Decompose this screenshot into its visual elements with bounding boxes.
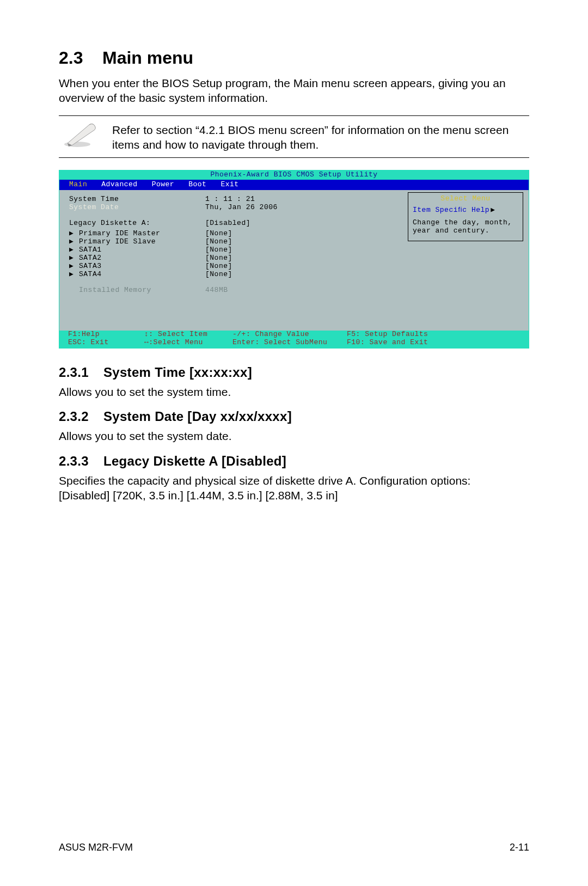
bios-footer-select-item: ↕: Select Item xyxy=(144,331,232,339)
footer-product: ASUS M2R-FVM xyxy=(59,842,133,853)
bios-footer-exit: ESC: Exit xyxy=(68,339,144,347)
bios-label: Primary IDE Master xyxy=(79,229,160,237)
bios-value: [None] xyxy=(205,262,232,271)
bios-help-text: Change the day, month, year and century. xyxy=(413,219,518,235)
subsection-body: Allows you to set the system time. xyxy=(59,384,529,399)
bios-help-title: Select Menu xyxy=(413,195,518,203)
bios-label: SATA1 xyxy=(79,246,102,254)
bios-value: [None] xyxy=(205,254,232,262)
triangle-right-icon: ▶ xyxy=(69,271,79,279)
bios-label: System Date xyxy=(69,204,205,212)
bios-footer-select-submenu: Enter: Select SubMenu xyxy=(232,339,347,347)
bios-row-system-date[interactable]: System Date Thu, Jan 26 2006 xyxy=(69,204,396,212)
bios-left-pane: System Time 1 : 11 : 21 System Date Thu,… xyxy=(59,190,402,331)
bios-help-subtitle-text: Item Speciﬁc Help xyxy=(413,206,489,214)
subsection-number: 2.3.2 xyxy=(59,409,103,424)
subsection-number: 2.3.3 xyxy=(59,454,103,469)
bios-label: Primary IDE Slave xyxy=(79,237,156,246)
footer-page-number: 2-11 xyxy=(510,842,529,853)
bios-screenshot: Phoenix-Award BIOS CMOS Setup Utility Ma… xyxy=(59,170,529,349)
note-callout: Refer to section “4.2.1 BIOS menu screen… xyxy=(59,115,529,158)
bios-label: SATA3 xyxy=(79,262,102,270)
bios-row-primary-ide-slave[interactable]: ▶Primary IDE Slave [None] xyxy=(69,238,396,246)
bios-label: SATA2 xyxy=(79,254,102,262)
subsection-body: Allows you to set the system date. xyxy=(59,429,529,443)
bios-row-sata3[interactable]: ▶SATA3 [None] xyxy=(69,262,396,271)
bios-row-system-time[interactable]: System Time 1 : 11 : 21 xyxy=(69,195,396,204)
section-title: Main menu xyxy=(102,48,193,68)
subsection-heading: 2.3.3Legacy Diskette A [Disabled] xyxy=(59,454,529,469)
subsection-title: System Time [xx:xx:xx] xyxy=(103,365,252,380)
subsection-body: Speciﬁes the capacity and physical size … xyxy=(59,473,505,503)
triangle-right-icon: ▶ xyxy=(69,238,79,246)
subsection-heading: 2.3.1System Time [xx:xx:xx] xyxy=(59,365,529,380)
bios-row-primary-ide-master[interactable]: ▶Primary IDE Master [None] xyxy=(69,230,396,238)
bios-menu-advanced[interactable]: Advanced xyxy=(101,181,137,189)
bios-label: Legacy Diskette A: xyxy=(69,219,205,228)
bios-label: System Time xyxy=(69,195,205,204)
section-number: 2.3 xyxy=(59,48,102,68)
pencil-icon xyxy=(59,121,101,148)
bios-help-subtitle: Item Speciﬁc Help▶ xyxy=(413,206,518,215)
bios-value: 1 : 11 : 21 xyxy=(205,195,255,204)
bios-footer-save-exit: F10: Save and Exit xyxy=(347,339,428,347)
bios-row-legacy-diskette[interactable]: Legacy Diskette A: [Disabled] xyxy=(69,219,396,228)
page-footer: ASUS M2R-FVM 2-11 xyxy=(59,842,529,853)
bios-row-sata1[interactable]: ▶SATA1 [None] xyxy=(69,246,396,254)
bios-footer-select-menu: ↔:Select Menu xyxy=(144,339,232,347)
bios-menu-power[interactable]: Power xyxy=(152,181,175,189)
bios-label: SATA4 xyxy=(79,270,102,278)
bios-value: 448MB xyxy=(205,286,228,295)
bios-footer-help: F1:Help xyxy=(68,331,144,339)
bios-label: Installed Memory xyxy=(69,286,205,295)
bios-title: Phoenix-Award BIOS CMOS Setup Utility xyxy=(59,170,529,180)
triangle-right-icon: ▶ xyxy=(69,262,79,271)
bios-value: [None] xyxy=(205,246,232,254)
bios-menu-boot[interactable]: Boot xyxy=(188,181,206,189)
subsection-number: 2.3.1 xyxy=(59,365,103,380)
section-intro: When you enter the BIOS Setup program, t… xyxy=(59,76,529,106)
bios-row-sata2[interactable]: ▶SATA2 [None] xyxy=(69,254,396,262)
bios-value: [None] xyxy=(205,238,232,246)
bios-menu-main[interactable]: Main xyxy=(69,181,87,189)
bios-value: Thu, Jan 26 2006 xyxy=(205,204,278,212)
bios-footer: F1:Help ↕: Select Item -/+: Change Value… xyxy=(59,331,529,348)
bios-footer-change-value: -/+: Change Value xyxy=(232,331,347,339)
triangle-right-icon: ▶ xyxy=(491,206,495,215)
subsection-title: System Date [Day xx/xx/xxxx] xyxy=(103,409,292,424)
bios-value: [None] xyxy=(205,271,232,279)
bios-row-sata4[interactable]: ▶SATA4 [None] xyxy=(69,271,396,279)
bios-menu-exit[interactable]: Exit xyxy=(220,181,238,189)
triangle-right-icon: ▶ xyxy=(69,246,79,254)
bios-right-pane: Select Menu Item Speciﬁc Help▶ Change th… xyxy=(402,190,529,331)
subsection-heading: 2.3.2System Date [Day xx/xx/xxxx] xyxy=(59,409,529,424)
bios-footer-setup-defaults: F5: Setup Defaults xyxy=(347,331,428,339)
subsection-title: Legacy Diskette A [Disabled] xyxy=(103,454,286,468)
triangle-right-icon: ▶ xyxy=(69,230,79,238)
note-text: Refer to section “4.2.1 BIOS menu screen… xyxy=(112,121,529,152)
bios-value: [Disabled] xyxy=(205,219,250,228)
bios-row-installed-memory: Installed Memory 448MB xyxy=(69,286,396,295)
triangle-right-icon: ▶ xyxy=(69,254,79,262)
section-heading: 2.3Main menu xyxy=(59,48,529,68)
bios-value: [None] xyxy=(205,230,232,238)
bios-menu-bar: Main Advanced Power Boot Exit xyxy=(59,180,529,190)
